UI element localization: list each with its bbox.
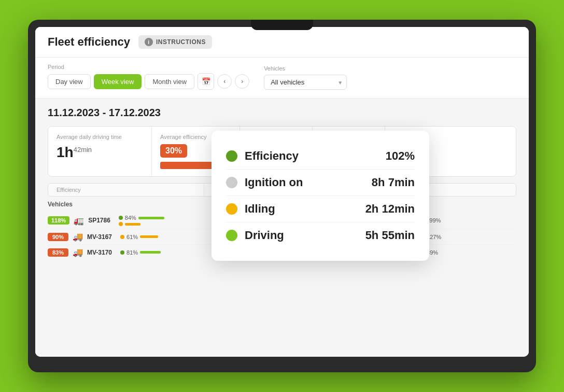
vehicle-bars4-mv3167: 127% <box>420 234 516 240</box>
screen: Fleet efficiency i INSTRUCTIONS Period D… <box>35 27 529 357</box>
tooltip-value-idling: 2h 12min <box>365 202 415 216</box>
dot-yellow <box>119 222 123 226</box>
stat-card-driving-time: Average daily driving time 1h42min <box>48 127 152 176</box>
tooltip-label-driving: Driving <box>245 229 358 242</box>
bar-mv3167-1 <box>140 235 158 238</box>
eff-badge-mv3170: 83% <box>48 248 68 257</box>
driving-time-label: Average daily driving time <box>57 134 143 140</box>
tooltip-overlay: Efficiency 102% Ignition on 8h 7min Idli… <box>212 131 429 261</box>
tooltip-row-driving: Driving 5h 55min <box>226 222 415 248</box>
tooltip-value-driving: 5h 55min <box>365 229 415 242</box>
laptop-notch <box>251 20 313 30</box>
vehicle-icon-mv3167: 🚚 <box>73 232 83 242</box>
date-range: 11.12.2023 - 17.12.2023 <box>48 107 516 119</box>
th-efficiency: Efficiency <box>48 184 204 196</box>
vehicle-bars4-mv3170: 89% <box>420 249 516 256</box>
driving-time-value: 1h42min <box>57 144 143 161</box>
vehicle-icon-mv3170: 🚚 <box>73 247 83 257</box>
month-view-button[interactable]: Month view <box>145 74 194 89</box>
vehicles-label: Vehicles <box>264 65 347 72</box>
pct-sp1786-1: 84% <box>125 215 136 221</box>
vehicle-bars4-sp1786: 199% <box>420 217 516 223</box>
vehicle-bars-mv3167: 61% <box>120 234 216 240</box>
period-controls: Day view Week view Month view 📅 ‹ › <box>48 73 249 90</box>
period-group: Period Day view Week view Month view 📅 ‹… <box>48 64 249 90</box>
week-view-button[interactable]: Week view <box>94 74 142 89</box>
page-title: Fleet efficiency <box>48 35 130 49</box>
next-button[interactable]: › <box>235 74 249 89</box>
prev-button[interactable]: ‹ <box>217 74 232 89</box>
tooltip-value-efficiency: 102% <box>386 149 415 163</box>
tooltip-label-efficiency: Efficiency <box>245 149 378 163</box>
eff-badge-sp1786: 118% <box>48 216 69 225</box>
calendar-button[interactable]: 📅 <box>198 73 214 90</box>
bar-sp1786-1 <box>138 217 164 219</box>
vehicle-bars-mv3170: 81% <box>120 249 216 256</box>
tooltip-row-idling: Idling 2h 12min <box>226 196 415 222</box>
tooltip-dot-idling <box>226 203 237 215</box>
vehicles-group: Vehicles All vehicles ▼ <box>264 65 347 90</box>
tooltip-row-ignition: Ignition on 8h 7min <box>226 170 415 196</box>
dot8-green <box>120 250 124 255</box>
vehicles-select-wrapper: All vehicles ▼ <box>264 75 347 90</box>
info-icon: i <box>145 38 153 46</box>
app-content: Fleet efficiency i INSTRUCTIONS Period D… <box>35 27 529 357</box>
day-view-button[interactable]: Day view <box>48 74 91 89</box>
instructions-label: INSTRUCTIONS <box>156 38 206 46</box>
instructions-button[interactable]: i INSTRUCTIONS <box>138 35 212 49</box>
filters-bar: Period Day view Week view Month view 📅 ‹… <box>35 58 529 99</box>
pct-mv3167-1: 61% <box>126 234 138 240</box>
dot-yellow2 <box>120 235 124 239</box>
tooltip-value-ignition: 8h 7min <box>372 176 415 189</box>
bar-mv3170-1 <box>140 251 161 254</box>
tooltip-dot-driving <box>226 230 237 241</box>
vehicles-select[interactable]: All vehicles <box>264 75 347 90</box>
vehicle-bars-sp1786: 84% <box>119 215 215 226</box>
tooltip-dot-ignition <box>226 177 237 188</box>
vehicle-name-sp1786: SP1786 <box>88 217 110 224</box>
tooltip-label-ignition: Ignition on <box>245 176 364 189</box>
tooltip-dot-efficiency <box>226 150 237 162</box>
header: Fleet efficiency i INSTRUCTIONS <box>35 27 529 58</box>
efficiency-bar <box>160 162 217 169</box>
pct-mv3170-1: 81% <box>126 249 138 256</box>
period-label: Period <box>48 64 249 70</box>
vehicle-name-mv3167: MV-3167 <box>87 233 112 241</box>
vehicle-icon-sp1786: 🚛 <box>74 216 84 226</box>
dot-green <box>119 216 123 220</box>
laptop-frame: Fleet efficiency i INSTRUCTIONS Period D… <box>28 20 536 372</box>
tooltip-label-idling: Idling <box>245 202 358 216</box>
vehicle-name-mv3170: MV-3170 <box>87 249 112 256</box>
eff-badge-mv3167: 90% <box>48 233 68 241</box>
bar-sp1786-2 <box>125 223 140 226</box>
tooltip-row-efficiency: Efficiency 102% <box>226 143 415 170</box>
efficiency-badge: 30% <box>160 144 187 158</box>
